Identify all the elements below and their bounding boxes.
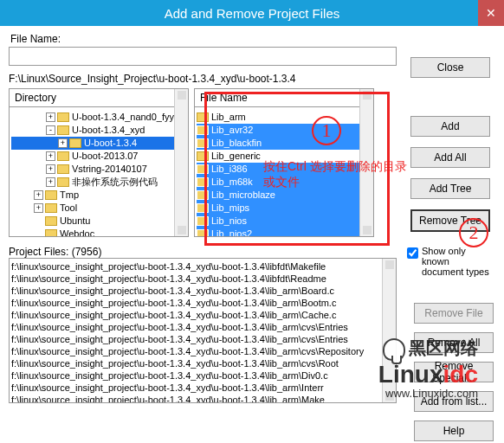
expand-icon[interactable]: +: [46, 164, 55, 174]
expand-icon[interactable]: +: [46, 151, 55, 161]
folder-icon: [197, 125, 209, 135]
folder-icon: [57, 151, 69, 161]
file-panel[interactable]: File Name Lib_armLib_avr32Lib_blackfinLi…: [194, 88, 374, 237]
project-file-row[interactable]: f:\linux\source_insight_project\u-boot-1…: [11, 260, 394, 273]
file-label: Lib_microblaze: [211, 189, 275, 202]
tree-label: Tool: [60, 202, 77, 215]
add-button[interactable]: Add: [410, 116, 490, 137]
file-row[interactable]: Lib_m68k: [197, 176, 372, 189]
folder-icon: [197, 177, 209, 187]
file-row[interactable]: Lib_blackfin: [197, 137, 372, 150]
project-file-row[interactable]: f:\linux\source_insight_project\u-boot-1…: [11, 321, 394, 333]
file-label: Lib_nios2: [211, 228, 252, 237]
project-file-row[interactable]: f:\linux\source_insight_project\u-boot-1…: [11, 285, 394, 297]
file-header: File Name: [195, 89, 373, 107]
filename-input[interactable]: [9, 47, 397, 66]
project-file-row[interactable]: f:\linux\source_insight_project\u-boot-1…: [11, 333, 394, 345]
tree-label: Webdoc: [60, 228, 94, 237]
title-bar: Add and Remove Project Files ✕: [0, 0, 504, 26]
tree-row[interactable]: Webdoc: [11, 228, 186, 237]
show-known-types-checkbox[interactable]: [407, 247, 418, 259]
tree-row[interactable]: +Vstring-20140107: [11, 163, 186, 176]
tree-row[interactable]: -U-boot-1.3.4_xyd: [11, 124, 186, 137]
tree-row[interactable]: Ubuntu: [11, 215, 186, 228]
project-file-row[interactable]: f:\linux\source_insight_project\u-boot-1…: [11, 309, 394, 321]
project-files-list[interactable]: f:\linux\source_insight_project\u-boot-1…: [9, 258, 397, 403]
file-label: Lib_arm: [211, 111, 246, 124]
file-label: Lib_mips: [211, 202, 249, 215]
folder-icon: [57, 164, 69, 174]
file-label: Lib_m68k: [211, 176, 253, 189]
file-label: Lib_avr32: [211, 124, 253, 137]
folder-icon: [197, 151, 209, 161]
file-row[interactable]: Lib_arm: [197, 111, 372, 124]
add-from-list-button[interactable]: Add from list...: [414, 391, 494, 412]
tree-row[interactable]: +非操作系统示例代码: [11, 176, 186, 189]
tree-row[interactable]: +U-boot-2013.07: [11, 150, 186, 163]
tree-label: Tmp: [60, 189, 79, 202]
project-file-row[interactable]: f:\linux\source_insight_project\u-boot-1…: [11, 394, 394, 403]
remove-special-button[interactable]: Remove Special...: [414, 362, 494, 382]
expand-icon[interactable]: [34, 229, 43, 237]
remove-tree-button[interactable]: Remove Tree: [410, 209, 490, 232]
tree-label: U-boot-1.3.4: [84, 137, 137, 150]
folder-icon: [57, 112, 69, 122]
show-known-types-label: Show only known document types: [422, 246, 494, 277]
expand-icon[interactable]: +: [34, 190, 43, 200]
help-button[interactable]: Help: [414, 421, 494, 441]
tree-label: U-boot-1.3.4_nand0_fyy: [72, 111, 174, 124]
project-file-row[interactable]: f:\linux\source_insight_project\u-boot-1…: [11, 357, 394, 369]
tree-row[interactable]: +Tool: [11, 202, 186, 215]
file-row[interactable]: Lib_microblaze: [197, 189, 372, 202]
scrollbar[interactable]: [382, 259, 396, 402]
folder-icon: [45, 216, 57, 226]
project-file-row[interactable]: f:\linux\source_insight_project\u-boot-1…: [11, 369, 394, 382]
directory-header: Directory: [10, 89, 188, 107]
project-file-row[interactable]: f:\linux\source_insight_project\u-boot-1…: [11, 273, 394, 285]
folder-icon: [57, 125, 69, 135]
expand-icon[interactable]: +: [46, 112, 55, 122]
tree-row[interactable]: +U-boot-1.3.4_nand0_fyy: [11, 111, 186, 124]
project-file-row[interactable]: f:\linux\source_insight_project\u-boot-1…: [11, 345, 394, 357]
folder-icon: [197, 229, 209, 237]
project-file-row[interactable]: f:\linux\source_insight_project\u-boot-1…: [11, 297, 394, 309]
scrollbar[interactable]: [174, 89, 188, 236]
tree-label: Vstring-20140107: [72, 163, 147, 176]
file-label: Lib_generic: [211, 150, 261, 163]
scrollbar[interactable]: [359, 89, 373, 236]
tree-row[interactable]: +Tmp: [11, 189, 186, 202]
file-row[interactable]: Lib_avr32: [197, 124, 372, 137]
tree-row[interactable]: +U-boot-1.3.4: [11, 137, 186, 150]
folder-icon: [197, 190, 209, 200]
file-row[interactable]: Lib_i386: [197, 163, 372, 176]
remove-file-button[interactable]: Remove File: [414, 303, 494, 324]
directory-panel[interactable]: Directory +U-boot-1.3.4_nand0_fyy-U-boot…: [9, 88, 189, 237]
folder-icon: [197, 203, 209, 213]
expand-icon[interactable]: [34, 216, 43, 226]
tree-label: U-boot-1.3.4_xyd: [72, 124, 145, 137]
expand-icon[interactable]: +: [46, 177, 55, 187]
expand-icon[interactable]: +: [58, 138, 68, 148]
file-label: Lib_nios: [211, 215, 247, 228]
tree-label: Ubuntu: [60, 215, 90, 228]
expand-icon[interactable]: +: [34, 203, 43, 213]
file-row[interactable]: Lib_nios: [197, 215, 372, 228]
folder-icon: [45, 229, 57, 237]
window-title: Add and Remove Project Files: [165, 6, 340, 21]
folder-icon: [197, 164, 209, 174]
remove-all-button[interactable]: Remove All: [414, 332, 494, 353]
expand-icon[interactable]: -: [46, 125, 55, 135]
file-row[interactable]: Lib_generic: [197, 150, 372, 163]
tree-label: U-boot-2013.07: [72, 150, 138, 163]
project-file-row[interactable]: f:\linux\source_insight_project\u-boot-1…: [11, 382, 394, 394]
folder-icon: [197, 138, 209, 148]
file-row[interactable]: Lib_mips: [197, 202, 372, 215]
file-label: Lib_blackfin: [211, 137, 262, 150]
file-row[interactable]: Lib_nios2: [197, 228, 372, 237]
add-all-button[interactable]: Add All: [410, 147, 490, 168]
add-tree-button[interactable]: Add Tree: [410, 178, 490, 199]
folder-icon: [197, 112, 209, 122]
close-button[interactable]: Close: [410, 57, 490, 78]
file-label: Lib_i386: [211, 163, 248, 176]
window-close-button[interactable]: ✕: [478, 0, 504, 26]
